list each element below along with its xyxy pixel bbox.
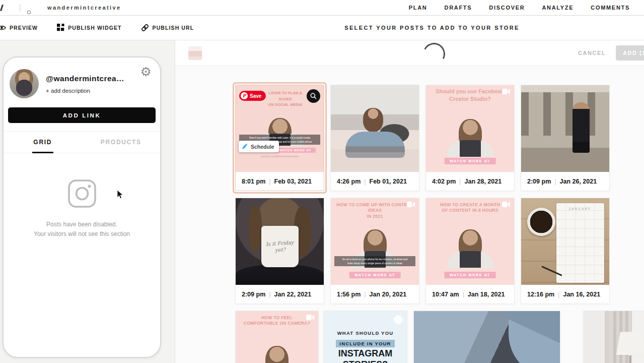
- selection-bar: CANCEL ADD (1: [175, 40, 644, 66]
- preview-button[interactable]: PREVIEW: [0, 25, 38, 31]
- eye-icon: [0, 25, 6, 31]
- video-camera-icon: [502, 89, 510, 94]
- posts-disabled-message: Posts have been disabled.: [4, 221, 160, 228]
- phone-preview-card: ⚙ @wandermintcrea… + add description ADD…: [3, 56, 161, 358]
- brand-group: wandermintcreative: [0, 2, 121, 14]
- post-media: HOW TO FEEL COMFORTABLE ON CAMERA?: [236, 311, 318, 363]
- post-card[interactable]: [583, 311, 644, 363]
- nav-item-comments[interactable]: COMMENTS: [591, 5, 630, 11]
- add-description-link[interactable]: + add description: [46, 88, 90, 94]
- calendar-label: JANUARY: [556, 207, 604, 210]
- post-time: 1:56 pm: [337, 291, 361, 298]
- publish-widget-button[interactable]: PUBLISH WIDGET: [57, 24, 121, 31]
- nav-item-plan[interactable]: PLAN: [409, 5, 427, 11]
- post-card[interactable]: P Save LATER TO PLAN & SCHED ON SOCIAL M…: [235, 85, 324, 191]
- publish-url-button[interactable]: PUBLISH URL: [141, 24, 194, 32]
- caption-overlay: So set a timer on your phone for ten min…: [334, 256, 415, 267]
- post-footer: 4:26 pm | Feb 01, 2021: [331, 172, 419, 191]
- post-footer: 12:16 pm | Jan 16, 2021: [521, 285, 609, 304]
- post-date: Jan 18, 2021: [468, 291, 505, 298]
- main-nav: PLAN DRAFTS DISCOVER ANALYZE COMMENTS: [409, 5, 644, 11]
- save-label: Save: [250, 93, 261, 99]
- mug-graphic: Is it Friday yet?: [261, 226, 299, 267]
- top-navigation-bar: wandermintcreative PLAN DRAFTS DISCOVER …: [0, 0, 644, 16]
- preview-sidebar: ⚙ @wandermintcrea… + add description ADD…: [0, 40, 175, 363]
- preview-toolbar: PREVIEW PUBLISH WIDGET PUBLISH URL: [0, 15, 194, 40]
- post-title-overlay: HOW TO FEEL COMFORTABLE ON CAMERA?: [240, 315, 314, 327]
- gear-icon[interactable]: ⚙: [140, 66, 152, 78]
- stories-title-line4: STORIES?: [324, 359, 407, 363]
- publish-url-label: PUBLISH URL: [153, 25, 194, 31]
- media-overlay-icon: [307, 89, 320, 103]
- watch-url: youtube.com/WandermintCreative: [261, 155, 299, 158]
- stories-title-line2: INCLUDE IN YOUR: [336, 340, 394, 347]
- post-media: Should you use Facebook Creator Studio? …: [426, 85, 514, 172]
- post-card[interactable]: HOW TO COME UP WITH CONTENT IDEAS IN 202…: [330, 198, 419, 304]
- post-card[interactable]: HOW TO CREATE A MONTH OF CONTENT IN 8 HO…: [425, 198, 515, 304]
- instagram-icon: [67, 179, 97, 208]
- cancel-button[interactable]: CANCEL: [578, 40, 606, 66]
- posts-disabled-submessage: Your visitors will not see this section: [4, 230, 160, 237]
- post-date: Jan 26, 2021: [560, 178, 597, 185]
- story-circle-icon: [394, 315, 403, 324]
- video-camera-icon: [502, 202, 510, 207]
- post-footer: 1:56 pm | Jan 20, 2021: [331, 285, 419, 304]
- video-frame: [426, 218, 514, 268]
- post-media: JANUARY: [521, 198, 609, 285]
- pinterest-save-badge: P Save: [239, 91, 266, 101]
- link-icon: [141, 24, 149, 32]
- tab-products[interactable]: PRODUCTS: [82, 132, 161, 153]
- selected-post-thumbnail[interactable]: [188, 46, 202, 60]
- post-media: Is it Friday yet?: [236, 198, 324, 285]
- post-footer: 2:09 pm | Jan 26, 2021: [521, 172, 609, 191]
- post-date: Jan 16, 2021: [563, 291, 600, 298]
- post-card[interactable]: 4:26 pm | Feb 01, 2021: [330, 85, 419, 191]
- brand-divider: [20, 4, 20, 12]
- post-media: [331, 85, 419, 172]
- tab-grid[interactable]: GRID: [4, 132, 82, 153]
- watch-more-badge: WATCH MORE AT: [444, 158, 496, 164]
- loading-spinner: [420, 40, 448, 68]
- later-wing-icon: [242, 143, 248, 150]
- post-card[interactable]: HOW TO FEEL COMFORTABLE ON CAMERA?: [235, 311, 319, 363]
- pinterest-icon: P: [241, 92, 248, 99]
- add-selected-button[interactable]: ADD (1: [616, 45, 644, 60]
- lamp-stand-graphic: [629, 356, 631, 363]
- watch-more-badge: WATCH MORE AT: [349, 272, 401, 278]
- post-date: Jan 22, 2021: [274, 291, 312, 298]
- video-frame: [236, 331, 318, 363]
- post-card[interactable]: 2:09 pm | Jan 26, 2021: [521, 85, 610, 191]
- post-card[interactable]: [413, 311, 560, 363]
- schedule-badge: Schedule: [239, 141, 279, 152]
- post-footer: 8:01 pm | Feb 03, 2021: [236, 172, 324, 191]
- post-footer: 10:47 am | Jan 18, 2021: [426, 285, 514, 304]
- mug-text: Is it Friday yet?: [261, 239, 299, 254]
- post-footer: 2:09 pm | Jan 22, 2021: [236, 285, 324, 304]
- watch-more-badge: WATCH MORE AT: [275, 148, 316, 153]
- nav-item-drafts[interactable]: DRAFTS: [445, 5, 472, 11]
- post-time: 2:09 pm: [242, 291, 265, 298]
- post-card[interactable]: Is it Friday yet? 2:09 pm | Jan 22, 2021: [235, 198, 324, 304]
- publish-widget-label: PUBLISH WIDGET: [68, 25, 121, 31]
- post-time: 10:47 am: [432, 291, 459, 298]
- add-link-button[interactable]: ADD LINK: [8, 107, 156, 123]
- post-media: HOW TO COME UP WITH CONTENT IDEAS IN 202…: [331, 198, 419, 285]
- post-time: 4:26 pm: [337, 178, 361, 185]
- post-card[interactable]: JANUARY 12:16 pm | Jan 16, 2021: [521, 198, 610, 304]
- post-media: P Save LATER TO PLAN & SCHED ON SOCIAL M…: [236, 85, 324, 172]
- post-date: Feb 01, 2021: [370, 178, 407, 185]
- preview-label: PREVIEW: [10, 25, 38, 31]
- watch-more-badge: WATCH MORE AT: [444, 272, 496, 278]
- nav-item-discover[interactable]: DISCOVER: [489, 5, 525, 11]
- profile-tabs: GRID PRODUCTS: [4, 131, 160, 153]
- post-title-overlay: HOW TO COME UP WITH CONTENT IDEAS IN 202…: [335, 202, 415, 219]
- nav-item-analyze[interactable]: ANALYZE: [542, 5, 574, 11]
- post-title-overlay: LATER TO PLAN & SCHED ON SOCIAL MEDIA: [265, 90, 306, 108]
- post-card[interactable]: Should you use Facebook Creator Studio? …: [425, 85, 515, 191]
- sub-header-bar: PREVIEW PUBLISH WIDGET PUBLISH URL SELEC…: [0, 15, 644, 40]
- posts-content-area: CANCEL ADD (1 P Save LATER TO PLAN & SCH…: [175, 40, 644, 363]
- post-card[interactable]: WHAT SHOULD YOU INCLUDE IN YOUR INSTAGRA…: [323, 311, 407, 363]
- post-footer: 4:02 pm | Jan 28, 2021: [426, 172, 514, 191]
- lamp-graphic: [616, 332, 644, 355]
- brand-avatar[interactable]: [28, 2, 41, 14]
